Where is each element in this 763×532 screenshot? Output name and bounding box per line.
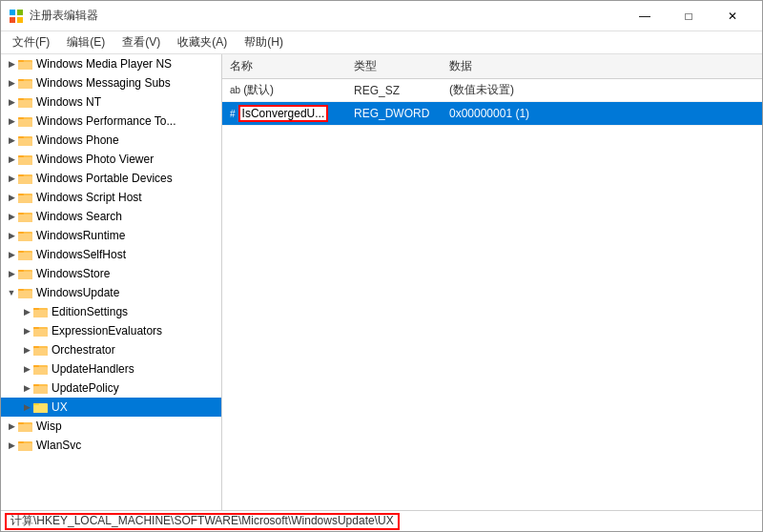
- svg-rect-59: [33, 403, 39, 405]
- tree-arrow-wself: ▶: [5, 248, 18, 261]
- tree-item-uh[interactable]: ▶ UpdateHandlers: [1, 359, 221, 379]
- svg-rect-6: [18, 62, 32, 70]
- tree-label-wpd: Windows Portable Devices: [36, 172, 173, 185]
- folder-icon-wr: [18, 228, 33, 243]
- maximize-button[interactable]: □: [667, 1, 711, 31]
- svg-rect-8: [18, 79, 24, 81]
- window-controls: — □ ✕: [623, 1, 754, 31]
- tree-item-wpd[interactable]: ▶ Windows Portable Devices: [1, 169, 221, 188]
- svg-rect-62: [18, 422, 24, 424]
- tree-item-ws[interactable]: ▶ Windows Search: [1, 207, 221, 226]
- close-button[interactable]: ✕: [711, 1, 754, 31]
- svg-rect-63: [18, 424, 32, 432]
- folder-icon-wpt: [18, 113, 33, 129]
- menu-bar: 文件(F)编辑(E)查看(V)收藏夹(A)帮助(H): [1, 31, 762, 54]
- tree-item-wpt[interactable]: ▶ Windows Performance To...: [1, 112, 221, 131]
- folder-icon-ux: [33, 399, 49, 415]
- menu-item-帮助(H)[interactable]: 帮助(H): [237, 32, 291, 52]
- svg-rect-5: [18, 60, 24, 62]
- string-icon: ab: [230, 85, 240, 95]
- svg-rect-17: [18, 136, 24, 138]
- tree-arrow-wpt: ▶: [5, 114, 18, 128]
- app-icon: [9, 9, 24, 24]
- tree-item-wlan[interactable]: ▶ WlanSvc: [1, 436, 221, 455]
- tree-arrow-wpv: ▶: [5, 153, 18, 166]
- svg-rect-54: [33, 367, 48, 375]
- svg-rect-50: [33, 346, 39, 348]
- svg-rect-66: [18, 443, 32, 451]
- tree-arrow-wmp: ▶: [5, 57, 18, 71]
- tree-item-es[interactable]: ▶ EditionSettings: [1, 302, 221, 321]
- tree-label-uh: UpdateHandlers: [52, 362, 134, 376]
- tree-item-wr[interactable]: ▶ WindowsRuntime: [1, 226, 221, 245]
- svg-rect-32: [18, 232, 24, 234]
- col-header-type: 类型: [346, 54, 442, 79]
- svg-rect-29: [18, 213, 24, 215]
- cell-data: 0x00000001 (1): [442, 102, 762, 126]
- tree-item-wself[interactable]: ▶ WindowsSelfHost: [1, 245, 221, 264]
- cell-name: #IsConvergedU...: [222, 102, 346, 126]
- svg-rect-48: [33, 329, 48, 337]
- folder-icon-wmp: [18, 56, 33, 72]
- tree-label-wpt: Windows Performance To...: [36, 114, 176, 128]
- registry-editor-window: 注册表编辑器 — □ ✕ 文件(F)编辑(E)查看(V)收藏夹(A)帮助(H) …: [0, 0, 763, 532]
- tree-arrow-ee: ▶: [20, 324, 33, 338]
- tree-label-up: UpdatePolicy: [52, 381, 119, 395]
- tree-item-ux[interactable]: ▶ UX: [1, 398, 221, 417]
- tree-item-wnt[interactable]: ▶ Windows NT: [1, 92, 221, 112]
- tree-item-up[interactable]: ▶ UpdatePolicy: [1, 379, 221, 398]
- table-row[interactable]: #IsConvergedU...REG_DWORD0x00000001 (1): [222, 102, 762, 126]
- tree-arrow-wms: ▶: [5, 76, 18, 90]
- folder-icon-wu: [18, 285, 33, 300]
- tree-label-wr: WindowsRuntime: [36, 229, 125, 242]
- tree-arrow-wph: ▶: [5, 133, 18, 147]
- tree-item-wstore[interactable]: ▶ WindowsStore: [1, 264, 221, 283]
- svg-rect-23: [18, 174, 24, 176]
- svg-rect-0: [10, 10, 15, 15]
- title-left: 注册表编辑器: [9, 8, 98, 24]
- svg-rect-38: [18, 270, 24, 272]
- tree-item-wu[interactable]: ▼ WindowsUpdate: [1, 283, 221, 302]
- window-title: 注册表编辑器: [30, 8, 98, 24]
- svg-rect-21: [18, 157, 32, 165]
- menu-item-文件(F)[interactable]: 文件(F): [5, 32, 57, 52]
- minimize-button[interactable]: —: [623, 1, 667, 31]
- col-header-name: 名称: [222, 54, 346, 79]
- menu-item-查看(V)[interactable]: 查看(V): [114, 32, 168, 52]
- svg-rect-45: [33, 310, 48, 317]
- tree-label-wisp: Wisp: [36, 419, 62, 433]
- tree-item-orch[interactable]: ▶ Orchestrator: [1, 340, 221, 359]
- tree-arrow-wpd: ▶: [5, 172, 18, 185]
- folder-icon-wisp: [18, 419, 33, 434]
- svg-rect-42: [18, 291, 32, 298]
- menu-item-编辑(E)[interactable]: 编辑(E): [59, 32, 113, 52]
- tree-item-ee[interactable]: ▶ ExpressionEvaluators: [1, 321, 221, 340]
- folder-icon-wms: [18, 75, 33, 91]
- svg-rect-57: [33, 386, 48, 394]
- svg-rect-3: [17, 17, 23, 23]
- tree-panel[interactable]: ▶ Windows Media Player NS▶ Windows Messa…: [1, 54, 222, 510]
- tree-item-wms[interactable]: ▶ Windows Messaging Subs: [1, 73, 221, 92]
- svg-rect-20: [18, 155, 24, 157]
- svg-rect-33: [18, 234, 32, 241]
- tree-item-wmp[interactable]: ▶ Windows Media Player NS: [1, 54, 221, 73]
- table-scroll[interactable]: 名称 类型 数据 ab(默认)REG_SZ(数值未设置)#IsConverged…: [222, 54, 762, 510]
- menu-item-收藏夹(A)[interactable]: 收藏夹(A): [170, 32, 235, 52]
- svg-rect-15: [18, 119, 32, 127]
- svg-rect-1: [17, 10, 23, 15]
- tree-label-ee: ExpressionEvaluators: [52, 324, 162, 338]
- folder-icon-wpv: [18, 152, 33, 167]
- tree-item-wsh[interactable]: ▶ Windows Script Host: [1, 188, 221, 207]
- folder-icon-ws: [18, 209, 33, 224]
- col-header-data: 数据: [442, 54, 762, 79]
- cell-name: ab(默认): [222, 79, 346, 102]
- tree-item-wph[interactable]: ▶ Windows Phone: [1, 131, 221, 150]
- table-row[interactable]: ab(默认)REG_SZ(数值未设置): [222, 79, 762, 102]
- title-bar: 注册表编辑器 — □ ✕: [1, 1, 762, 31]
- folder-icon-wself: [18, 247, 33, 262]
- registry-table: 名称 类型 数据 ab(默认)REG_SZ(数值未设置)#IsConverged…: [222, 54, 762, 126]
- tree-arrow-orch: ▶: [20, 343, 33, 357]
- tree-item-wisp[interactable]: ▶ Wisp: [1, 417, 221, 436]
- tree-arrow-wnt: ▶: [5, 95, 18, 109]
- tree-item-wpv[interactable]: ▶ Windows Photo Viewer: [1, 150, 221, 169]
